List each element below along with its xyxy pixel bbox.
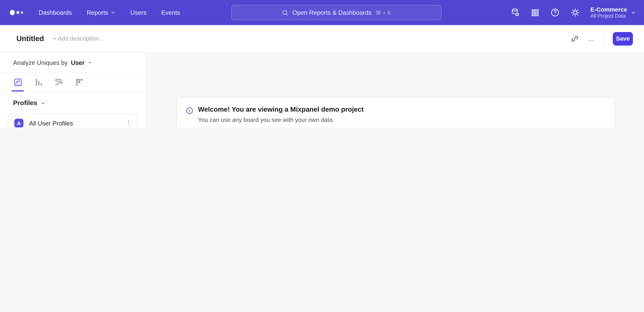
banner-subtitle: You can use any board you see with your … — [198, 117, 334, 123]
nav-label: Reports — [86, 9, 108, 16]
nav-item-dashboards[interactable]: Dashboards — [38, 9, 72, 16]
chevron-down-icon — [111, 10, 116, 15]
flows-icon — [54, 78, 64, 87]
help-icon[interactable] — [550, 8, 560, 17]
save-button[interactable]: Save — [613, 32, 633, 46]
global-search[interactable]: Open Reports & Dashboards ⌘ + K — [231, 5, 442, 20]
tab-insights[interactable] — [12, 77, 23, 88]
funnels-bars-icon — [34, 78, 43, 87]
profiles-header-label: Profiles — [13, 100, 37, 107]
nav-item-users[interactable]: Users — [130, 9, 146, 16]
nav-item-events[interactable]: Events — [161, 9, 180, 16]
query-builder-sidebar: Analyze Uniques by User Profiles A All U… — [0, 52, 146, 128]
mixpanel-app: Dashboards Reports Users Events Open Rep… — [0, 0, 644, 128]
metric-card[interactable]: A All User Profiles ⋮ Count Total — [8, 114, 137, 128]
metric-name[interactable]: All User Profiles — [29, 120, 73, 127]
nav-item-reports[interactable]: Reports — [86, 9, 116, 16]
tab-funnels[interactable] — [33, 77, 44, 88]
global-search-placeholder: Open Reports & Dashboards — [292, 9, 372, 16]
project-name: E-Commerce — [590, 6, 627, 13]
nav-right-cluster: E-Commerce All Project Data — [510, 6, 636, 20]
report-type-tabs — [0, 72, 146, 92]
metric-badge: A — [14, 119, 24, 128]
search-icon — [282, 9, 288, 16]
analyze-prefix: Analyze Uniques by — [13, 59, 68, 66]
chevron-down-icon — [40, 101, 45, 105]
mixpanel-logo[interactable] — [10, 10, 28, 15]
demo-banner: Welcome! You are viewing a Mixpanel demo… — [176, 97, 615, 128]
nav-label: Events — [161, 9, 180, 16]
report-toolbar: Untitled + Add description... ... Save — [0, 25, 644, 52]
profiles-section-header[interactable]: Profiles — [13, 100, 45, 107]
analyze-row: Analyze Uniques by User — [0, 52, 146, 72]
kebab-menu-icon[interactable]: ⋮ — [125, 119, 132, 126]
retention-grid-icon — [74, 78, 84, 87]
settings-gear-icon[interactable] — [570, 8, 580, 17]
apps-grid-icon[interactable] — [530, 8, 540, 17]
banner-title: Welcome! You are viewing a Mixpanel demo… — [198, 106, 364, 113]
add-description-field[interactable]: + Add description... — [53, 35, 104, 42]
chevron-down-icon — [88, 60, 92, 65]
primary-nav: Dashboards Reports Users Events — [38, 9, 180, 16]
project-switcher[interactable]: E-Commerce All Project Data — [590, 6, 636, 20]
analyze-entity-selector[interactable]: User — [71, 59, 85, 66]
insights-chart-icon — [13, 78, 22, 87]
chevron-down-icon — [631, 10, 636, 15]
nav-label: Users — [130, 9, 146, 16]
top-nav: Dashboards Reports Users Events Open Rep… — [0, 0, 644, 25]
tab-retention[interactable] — [74, 77, 85, 88]
toolbar-divider — [604, 32, 604, 46]
report-canvas: Welcome! You are viewing a Mixpanel demo… — [146, 52, 644, 128]
active-tab-indicator — [12, 90, 24, 92]
nav-label: Dashboards — [38, 9, 72, 16]
project-info: E-Commerce All Project Data — [590, 6, 627, 20]
report-title[interactable]: Untitled — [16, 34, 44, 43]
search-shortcut: ⌘ + K — [376, 9, 391, 16]
tab-flows[interactable] — [53, 77, 64, 88]
copy-link-icon[interactable] — [571, 35, 579, 42]
data-management-icon[interactable] — [510, 8, 520, 17]
toolbar-actions: ... Save — [571, 32, 633, 46]
info-icon — [186, 107, 194, 115]
project-scope: All Project Data — [590, 13, 627, 20]
more-options-button[interactable]: ... — [588, 35, 594, 42]
